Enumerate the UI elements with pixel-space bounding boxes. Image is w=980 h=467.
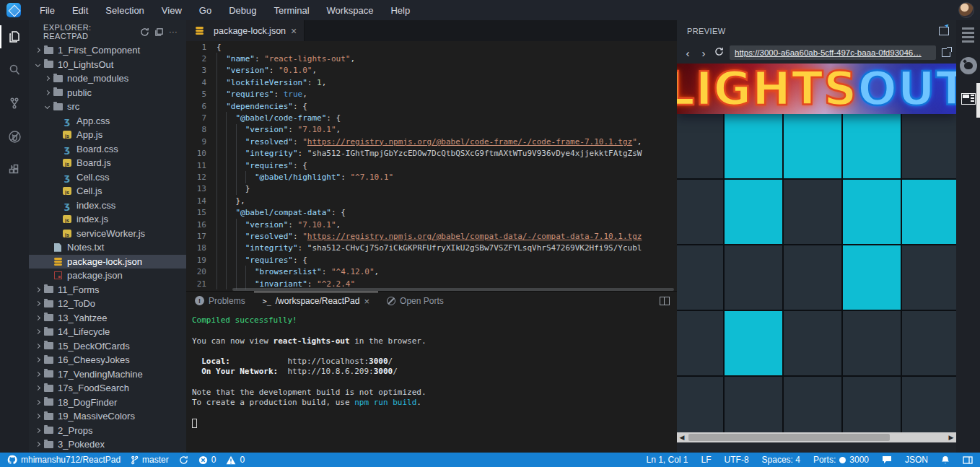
cell-r3-c1[interactable] (725, 311, 782, 375)
tab-terminal[interactable]: >_ /workspace/ReactPad × (254, 292, 378, 310)
app-logo-icon[interactable] (6, 3, 21, 17)
indent-indicator[interactable]: Spaces: 4 (762, 455, 800, 465)
tree-item-11_forms[interactable]: 11_Forms (29, 283, 186, 297)
menu-workspace[interactable]: Workspace (318, 0, 382, 20)
cell-r1-c4[interactable] (902, 180, 956, 244)
tree-item-3_pokedex[interactable]: 3_Pokedex (29, 437, 186, 452)
cell-r3-c0[interactable] (677, 311, 723, 375)
outline-list-icon[interactable] (956, 20, 980, 49)
forward-icon[interactable]: › (699, 47, 709, 59)
more-actions-icon[interactable]: ··· (166, 25, 180, 39)
tree-item-index.css[interactable]: ʒindex.css (29, 198, 186, 213)
feedback-button[interactable] (882, 455, 892, 464)
ports-status[interactable]: Ports:3000 (813, 455, 869, 465)
cell-r1-c2[interactable] (784, 180, 841, 244)
cursor-position[interactable]: Ln 1, Col 1 (647, 455, 688, 465)
tree-item-1_first_component[interactable]: 1_First_Component (29, 43, 186, 58)
tree-item-17_vendingmachine[interactable]: 17_VendingMachine (29, 367, 186, 382)
branch-status[interactable]: master (131, 455, 169, 465)
split-panel-icon[interactable] (660, 297, 670, 305)
menu-edit[interactable]: Edit (64, 0, 97, 20)
tree-item-cell.js[interactable]: jsCell.js (29, 184, 186, 198)
tree-item-15_deckofcards[interactable]: 15_DeckOfCards (29, 339, 186, 354)
tree-item-index.js[interactable]: jsindex.js (29, 212, 186, 227)
tree-item-app.js[interactable]: jsApp.js (29, 128, 186, 142)
language-mode[interactable]: JSON (905, 455, 928, 465)
cell-r4-c3[interactable] (843, 377, 901, 441)
close-tab-icon[interactable]: × (291, 25, 297, 37)
repo-status[interactable]: mhimanshu712/ReactPad (7, 455, 121, 465)
cell-r0-c4[interactable] (902, 114, 956, 178)
tree-item-14_lifecycle[interactable]: 14_Lifecycle (29, 325, 186, 339)
cell-r1-c3[interactable] (843, 180, 901, 244)
tree-item-16_cheesyjokes[interactable]: 16_CheesyJokes (29, 353, 186, 367)
tree-item-board.js[interactable]: jsBoard.js (29, 156, 186, 170)
tree-item-app.css[interactable]: ʒApp.css (29, 114, 186, 128)
cell-r2-c3[interactable] (843, 245, 901, 310)
user-avatar[interactable] (958, 2, 974, 18)
url-input[interactable]: https://3000-a6aa60ab-5cff-497c-baaa-0fd… (730, 45, 936, 60)
cell-r4-c0[interactable] (677, 377, 723, 441)
tree-item-board.css[interactable]: ʒBoard.css (29, 142, 186, 157)
menu-go[interactable]: Go (191, 0, 220, 20)
tree-item-cell.css[interactable]: ʒCell.css (29, 170, 186, 185)
tab-package-lock-json[interactable]: package-lock.json × (186, 20, 305, 41)
tree-item-package-lock.json[interactable]: package-lock.json (29, 255, 186, 269)
encoding-indicator[interactable]: UTF-8 (725, 455, 749, 465)
cell-r3-c2[interactable] (784, 311, 841, 375)
menu-terminal[interactable]: Terminal (265, 0, 318, 20)
open-in-window-icon[interactable] (939, 27, 949, 35)
cell-r1-c1[interactable] (725, 180, 782, 244)
refresh-explorer-icon[interactable] (137, 25, 152, 39)
open-external-icon[interactable] (942, 48, 950, 57)
cell-r4-c2[interactable] (784, 377, 841, 441)
tree-item-10_lightsout[interactable]: 10_LightsOut (29, 58, 186, 72)
scroll-left-icon[interactable]: ◀ (677, 434, 687, 441)
menu-debug[interactable]: Debug (220, 0, 265, 20)
extensions-icon[interactable] (0, 153, 29, 186)
errors-status[interactable]: 0 (198, 455, 216, 465)
tab-open-ports[interactable]: Open Ports (378, 292, 452, 310)
collapse-folders-icon[interactable] (152, 25, 166, 39)
cell-r0-c2[interactable] (784, 114, 841, 178)
preview-hscrollbar[interactable]: ◀ ▶ (677, 432, 956, 442)
menu-selection[interactable]: Selection (97, 0, 152, 20)
notifications-button[interactable] (941, 455, 950, 465)
warnings-status[interactable]: 0 (226, 455, 245, 465)
terminal-output[interactable]: Compiled successfully! You can now view … (186, 310, 677, 429)
search-icon[interactable] (0, 53, 29, 87)
tree-item-node_modules[interactable]: node_modules (29, 71, 186, 86)
menu-view[interactable]: View (153, 0, 191, 20)
cell-r0-c3[interactable] (843, 114, 901, 178)
close-terminal-icon[interactable]: × (364, 296, 369, 307)
layout-button[interactable] (963, 456, 973, 464)
cell-r2-c1[interactable] (725, 245, 782, 310)
cell-r0-c1[interactable] (725, 114, 782, 178)
scroll-thumb[interactable] (688, 434, 890, 441)
right-scrollbar[interactable] (976, 83, 980, 118)
menu-help[interactable]: Help (382, 0, 419, 20)
sync-button[interactable] (179, 455, 188, 465)
cell-r2-c4[interactable] (902, 245, 956, 310)
explorer-icon[interactable] (0, 20, 29, 53)
tab-problems[interactable]: ! Problems (186, 292, 254, 310)
scroll-right-icon[interactable]: ▶ (946, 434, 956, 441)
cell-r4-c4[interactable] (902, 377, 956, 441)
cell-r1-c0[interactable] (677, 180, 723, 244)
tree-item-12_todo[interactable]: 12_ToDo (29, 297, 186, 311)
code-editor[interactable]: 1{2"name": "react-lights-out",3"version"… (186, 41, 677, 291)
debug-icon[interactable] (0, 120, 29, 153)
cell-r4-c1[interactable] (725, 377, 782, 441)
back-icon[interactable]: ‹ (683, 47, 693, 59)
cell-r2-c0[interactable] (677, 245, 723, 310)
source-control-icon[interactable] (0, 87, 29, 120)
github-icon[interactable] (956, 49, 980, 82)
tree-item-2_props[interactable]: 2_Props (29, 424, 186, 438)
cell-r0-c0[interactable] (677, 114, 723, 178)
tree-item-18_dogfinder[interactable]: 18_DogFinder (29, 396, 186, 410)
tree-item-serviceworker.js[interactable]: jsserviceWorker.js (29, 227, 186, 241)
cell-r3-c4[interactable] (902, 311, 956, 375)
cell-r3-c3[interactable] (843, 311, 901, 375)
tree-item-src[interactable]: src (29, 100, 186, 114)
tree-item-19_massivecolors[interactable]: 19_MassiveColors (29, 409, 186, 424)
